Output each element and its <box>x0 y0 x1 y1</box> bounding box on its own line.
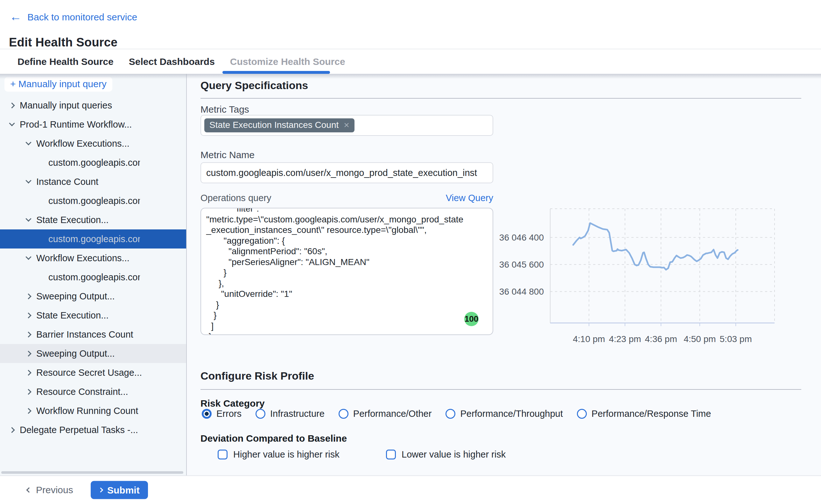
operations-query-label: Operations query <box>200 193 271 203</box>
tree-item-state-execution[interactable]: State Execution... <box>0 306 186 325</box>
chevron-right-icon[interactable] <box>24 371 32 375</box>
risk-category-options: ErrorsInfrastructurePerformance/OtherPer… <box>202 409 711 419</box>
radio-label: Errors <box>216 409 242 419</box>
tree-item-label: Sweeping Output... <box>36 291 115 302</box>
add-manual-query-button[interactable]: + Manually input query <box>4 77 112 92</box>
metric-tags-input[interactable]: State Execution Instances Count × <box>200 115 493 136</box>
chevron-right-icon[interactable] <box>8 103 16 108</box>
tree-item-workflow-executions[interactable]: Workflow Executions... <box>0 134 186 153</box>
tree-item-label: Workflow Executions... <box>36 253 130 263</box>
tree-item-label: Workflow Executions... <box>36 138 130 149</box>
tree-item-label: custom.googleapis.com/user/x_mongo_prod_… <box>48 157 140 168</box>
tree-item-state-execution[interactable]: State Execution... <box>0 210 186 229</box>
chevron-down-icon[interactable] <box>24 257 32 259</box>
tree-item-label: custom.googleapis.com/user/x_mongo_prod_… <box>48 196 140 206</box>
tree-item-label: Resource Constraint... <box>36 387 128 397</box>
tree-item-barrier-instances-count[interactable]: Barrier Instances Count <box>0 325 186 344</box>
tab-define-health-source[interactable]: Define Health Source <box>18 49 114 74</box>
checkbox-label: Higher value is higher risk <box>233 449 340 460</box>
tree-item-label: Instance Count <box>36 177 98 187</box>
metrics-tree-sidebar: + Manually input query Manually input qu… <box>0 74 187 475</box>
view-query-link[interactable]: View Query <box>446 193 493 203</box>
sidebar-horizontal-scrollbar[interactable] <box>1 471 183 474</box>
radio-label: Performance/Throughput <box>460 409 563 419</box>
tree-item-instance-count[interactable]: Instance Count <box>0 172 186 191</box>
radio-icon <box>256 409 265 419</box>
checkbox-label: Lower value is higher risk <box>402 449 506 460</box>
tree-item-manually-input-queries[interactable]: Manually input queries <box>0 96 186 115</box>
timeseries-chart-svg: 36 046 40036 045 60036 044 8004:10 pm4:2… <box>498 197 821 356</box>
metric-tag-chip-label: State Execution Instances Count <box>209 120 339 130</box>
risk-category-label: Risk Category <box>200 398 265 409</box>
submit-button[interactable]: Submit <box>91 481 148 499</box>
tree-item-custom-googleapis-com-user-x-mongo-prod-[interactable]: custom.googleapis.com/user/x_mongo_prod_… <box>0 191 186 210</box>
chevron-right-icon[interactable] <box>24 409 32 413</box>
tree-item-prod-1-runtime-workflow[interactable]: Prod-1 Runtime Workflow... <box>0 115 186 134</box>
chevron-down-icon[interactable] <box>24 181 32 183</box>
back-link-label: Back to monitored service <box>27 12 137 23</box>
tree-item-label: Delegate Perpetual Tasks -... <box>20 425 138 435</box>
radio-performance-other[interactable]: Performance/Other <box>339 409 432 419</box>
tree-item-custom-googleapis-com-user-x-mongo-prod-[interactable]: custom.googleapis.com/user/x_mongo_prod_… <box>0 153 186 172</box>
operations-query-editor[interactable]: "filter": "metric.type=\"custom.googleap… <box>200 208 493 335</box>
radio-icon <box>202 409 212 419</box>
tree-item-label: custom.googleapis.com/user/x_mongo_prod_… <box>48 272 140 283</box>
radio-icon <box>577 409 587 419</box>
svg-text:4:50 pm: 4:50 pm <box>684 334 716 344</box>
checkbox-higher-value-higher-risk[interactable]: Higher value is higher risk <box>218 449 340 460</box>
chevron-right-icon[interactable] <box>24 390 32 394</box>
chip-remove-icon[interactable]: × <box>344 120 349 130</box>
operations-query-row: Operations query View Query <box>200 193 493 203</box>
chevron-down-icon[interactable] <box>8 123 16 125</box>
chevron-down-icon[interactable] <box>24 219 32 221</box>
tree-item-delegate-perpetual-tasks[interactable]: Delegate Perpetual Tasks -... <box>0 420 186 439</box>
tree-item-label: Resource Secret Usage... <box>36 367 142 378</box>
tree-item-label: State Execution... <box>36 310 109 321</box>
metric-name-input[interactable]: custom.googleapis.com/user/x_mongo_prod_… <box>200 162 493 183</box>
query-score-badge: 100 <box>464 312 479 326</box>
back-link[interactable]: ← Back to monitored service <box>10 11 137 23</box>
chevron-left-icon <box>26 487 32 493</box>
tree-item-sweeping-output[interactable]: Sweeping Output... <box>0 344 186 363</box>
tree-item-sweeping-output[interactable]: Sweeping Output... <box>0 287 186 306</box>
chevron-down-icon[interactable] <box>24 143 32 144</box>
chevron-right-icon[interactable] <box>24 352 32 356</box>
tree-item-workflow-running-count[interactable]: Workflow Running Count <box>0 401 186 420</box>
chevron-right-icon[interactable] <box>8 428 16 432</box>
metric-tag-chip: State Execution Instances Count × <box>204 118 354 132</box>
checkbox-icon <box>218 450 228 459</box>
page-title: Edit Health Source <box>9 36 117 49</box>
section-divider <box>200 98 801 99</box>
metric-name-label: Metric Name <box>200 150 255 160</box>
checkbox-lower-value-higher-risk[interactable]: Lower value is higher risk <box>386 449 506 460</box>
tree-item-resource-secret-usage[interactable]: Resource Secret Usage... <box>0 363 186 382</box>
chevron-right-icon[interactable] <box>24 333 32 337</box>
chevron-right-icon[interactable] <box>24 313 32 318</box>
svg-text:36 044 800: 36 044 800 <box>499 287 544 297</box>
chevron-right-icon <box>98 487 103 493</box>
tree-item-resource-constraint[interactable]: Resource Constraint... <box>0 382 186 401</box>
tab-select-dashboards[interactable]: Select Dashboards <box>129 49 215 74</box>
tree-item-label: Sweeping Output... <box>36 348 115 359</box>
section-divider <box>200 389 801 390</box>
tree-item-label: Manually input queries <box>20 100 112 111</box>
tree-item-label: Prod-1 Runtime Workflow... <box>20 119 132 130</box>
tree-item-workflow-executions[interactable]: Workflow Executions... <box>0 249 186 268</box>
radio-performance-throughput[interactable]: Performance/Throughput <box>446 409 563 419</box>
tree-item-label: Barrier Instances Count <box>36 329 133 340</box>
svg-text:36 045 600: 36 045 600 <box>499 260 544 269</box>
submit-button-label: Submit <box>107 485 140 495</box>
tree-item-custom-googleapis-com-user-x-mongo-prod-[interactable]: custom.googleapis.com/user/x_mongo_prod_… <box>0 268 186 287</box>
operations-query-code: "filter": "metric.type=\"custom.googleap… <box>206 208 488 335</box>
tree-item-custom-googleapis-com-user-x-mongo-prod-[interactable]: custom.googleapis.com/user/x_mongo_prod_… <box>0 229 186 249</box>
metrics-tree: Manually input queriesProd-1 Runtime Wor… <box>0 96 186 439</box>
radio-label: Infrastructure <box>270 409 325 419</box>
radio-infrastructure[interactable]: Infrastructure <box>256 409 325 419</box>
step-tabs: Define Health SourceSelect DashboardsCus… <box>0 49 821 74</box>
radio-performance-response-time[interactable]: Performance/Response Time <box>577 409 711 419</box>
metric-preview-chart: 36 046 40036 045 60036 044 8004:10 pm4:2… <box>498 197 821 356</box>
previous-button[interactable]: Previous <box>27 485 73 495</box>
chevron-right-icon[interactable] <box>24 294 32 298</box>
radio-errors[interactable]: Errors <box>202 409 242 419</box>
tab-customize-health-source[interactable]: Customize Health Source <box>230 49 345 74</box>
